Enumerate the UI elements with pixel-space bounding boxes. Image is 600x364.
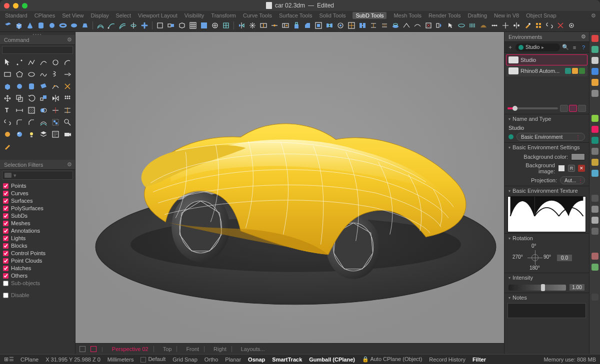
symmetry-tool[interactable] (512, 20, 522, 30)
view-list-icon[interactable] (560, 105, 568, 112)
panel-tab-sun-icon[interactable] (592, 159, 598, 166)
fullscreen-window-button[interactable] (22, 3, 28, 8)
offset-subd-tool[interactable] (390, 20, 400, 30)
viewport-single-icon[interactable] (90, 346, 96, 352)
subd-ellipsoid-tool[interactable] (69, 20, 79, 30)
setpt-tool[interactable] (500, 20, 510, 30)
properties-tool[interactable] (50, 129, 61, 140)
soft-transform-tool[interactable] (478, 20, 488, 30)
filter-tab-edges-icon[interactable] (4, 173, 12, 178)
polygon-tool[interactable] (14, 69, 25, 80)
viewtab-perspective[interactable]: Perspective 02 (107, 346, 154, 352)
filter-point-clouds[interactable]: Point Clouds (3, 258, 72, 264)
filter-points[interactable]: Points (3, 183, 72, 189)
split-tool[interactable] (62, 105, 73, 116)
filter-meshes[interactable]: Meshes (3, 220, 72, 226)
subd-sphere-tool[interactable] (47, 20, 57, 30)
help-icon[interactable]: ? (580, 44, 587, 51)
intensity-value-input[interactable]: 1.00 (569, 284, 585, 291)
menu-icon[interactable]: ≡ (571, 44, 578, 51)
filter-polysurfaces[interactable]: PolySurfaces (3, 205, 72, 211)
tosubd-tool[interactable] (210, 20, 220, 30)
boolean-tool[interactable] (38, 105, 49, 116)
section-basic-texture[interactable]: Basic Environment Texture (504, 186, 589, 195)
environments-settings-icon[interactable]: ⚙ (581, 33, 586, 40)
scale-tool[interactable] (38, 93, 49, 104)
filter-annotations[interactable]: Annotations (3, 228, 72, 234)
command-settings-icon[interactable]: ⚙ (67, 36, 72, 43)
add-environment-button[interactable]: ＋ (506, 44, 514, 51)
array-tool[interactable] (62, 93, 73, 104)
panel-tab-display-icon[interactable] (592, 57, 598, 64)
explode-tool[interactable] (556, 20, 566, 30)
tab-new-in-v8[interactable]: New in V8 (494, 12, 519, 18)
delete-face-tool[interactable] (424, 20, 434, 30)
copy-tool[interactable] (14, 93, 25, 104)
options-tool[interactable] (566, 20, 576, 30)
status-smarttrack[interactable]: SmartTrack (272, 357, 302, 363)
sel-edge-ring-tool[interactable] (468, 20, 478, 30)
intensity-slider[interactable] (508, 285, 566, 291)
merge-edges-tool[interactable] (368, 20, 378, 30)
circle-tool[interactable] (50, 57, 61, 68)
bevel-tool[interactable] (302, 20, 312, 30)
perspective-viewport[interactable]: Perspective 02 ▼ (76, 32, 504, 343)
tab-curve-tools[interactable]: Curve Tools (243, 12, 272, 18)
status-planar[interactable]: Planar (225, 357, 241, 363)
pointer-tool[interactable] (2, 57, 13, 68)
subd-torus-tool[interactable] (58, 20, 68, 30)
remove-crease-tool[interactable] (412, 20, 422, 30)
tab-standard[interactable]: Standard (5, 12, 28, 18)
align-tool[interactable] (490, 20, 500, 30)
radiate-tool[interactable] (248, 20, 258, 30)
tab-display[interactable]: Display (90, 12, 108, 18)
subd-cone-tool[interactable] (25, 20, 35, 30)
panel-tab-libraries-icon[interactable] (592, 195, 598, 202)
environment-item-rhino8autom[interactable]: Rhino8 Autom... (506, 65, 588, 76)
subd-plane-tool[interactable] (3, 20, 13, 30)
cylinder-solid-tool[interactable] (26, 81, 37, 92)
subd-sweep1-tool[interactable] (106, 20, 116, 30)
tab-transform[interactable]: Transform (211, 12, 236, 18)
filter-others[interactable]: Others (3, 273, 72, 279)
plane-surface-tool[interactable] (38, 81, 49, 92)
panel-tab-layers-icon[interactable] (592, 46, 598, 53)
status-cplane[interactable]: CPlane (20, 357, 38, 363)
tab-viewport-layout[interactable]: Viewport Layout (138, 12, 178, 18)
sel-edge-loop-tool[interactable] (456, 20, 466, 30)
subd-revolve-tool[interactable] (128, 20, 138, 30)
tab-solid-tools[interactable]: Solid Tools (319, 12, 346, 18)
panel-tab-python-icon[interactable] (592, 264, 598, 271)
paint-tool[interactable] (2, 141, 13, 152)
panel-tab-textures-icon[interactable] (592, 148, 598, 155)
viewtab-layouts[interactable]: Layouts... (236, 346, 270, 352)
panel-tab-environments-icon[interactable] (592, 137, 598, 144)
status-gridsnap[interactable]: Grid Snap (172, 357, 198, 363)
viewport-layout-icon[interactable] (80, 346, 86, 352)
rotate-tool[interactable] (26, 93, 37, 104)
box-solid-tool[interactable] (2, 81, 13, 92)
tab-render-tools[interactable]: Render Tools (428, 12, 461, 18)
panel-tab-more-icon[interactable] (592, 294, 598, 301)
panel-tab-materials-icon[interactable] (592, 126, 598, 133)
panel-tab-notes-icon[interactable] (592, 90, 598, 97)
light-tool[interactable] (26, 129, 37, 140)
command-input[interactable] (2, 46, 73, 54)
tonurbs-tool[interactable] (199, 20, 209, 30)
subd-sweep2-tool[interactable] (118, 20, 128, 30)
panel-tab-rendering-icon[interactable] (592, 206, 598, 213)
panel-tab-named-views-icon[interactable] (592, 79, 598, 86)
status-osnap[interactable]: Osnap (248, 357, 265, 363)
mirror-tool[interactable] (50, 93, 61, 104)
close-window-button[interactable] (4, 3, 10, 8)
subdivide-tool[interactable] (346, 20, 356, 30)
fill-hole-tool[interactable] (336, 20, 346, 30)
filter-subobjects[interactable]: Sub-objects (3, 280, 72, 286)
helix-tool[interactable] (50, 69, 61, 80)
merge-faces-tool[interactable] (358, 20, 368, 30)
subd-truncated-cone-tool[interactable] (80, 20, 90, 30)
status-record-history[interactable]: Record History (429, 357, 466, 363)
filter-subds[interactable]: SubDs (3, 213, 72, 219)
panel-tab-help-icon[interactable] (592, 68, 598, 75)
section-basic-settings[interactable]: Basic Environment Settings (504, 143, 589, 152)
